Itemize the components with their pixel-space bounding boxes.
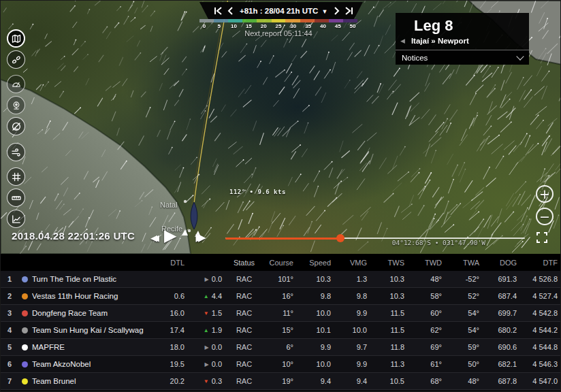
ruler-icon [11, 193, 22, 203]
wind-speed-colorbar [199, 19, 357, 22]
col-dog: DOG [479, 259, 517, 267]
wind-scale-tick: 30 [286, 23, 301, 29]
leaderboard-row[interactable]: 1 Turn The Tide on Plastic ▶0.0 RAC 101°… [1, 271, 561, 288]
wind-scale-tick: 20 [256, 23, 271, 29]
wind-scale-tick: 45 [330, 23, 345, 29]
fast-forward-button[interactable]: ▶▶ [185, 231, 212, 244]
leaderboard-row[interactable]: 7 Team Brunel 20.2 ▼0.3 RAC 19° 9.4 9.4 … [1, 373, 561, 390]
vmg-value: 1.3 [331, 275, 367, 283]
wind-scale-tick: 15 [241, 23, 256, 29]
wind-scale-tick: 40 [316, 23, 331, 29]
leg-panel: Leg 8 ◀ Itajaí » Newport Notices [396, 13, 529, 65]
status-value: RAC [222, 377, 266, 385]
dtf-value: 4 547.0 [517, 377, 558, 385]
wind-icon [11, 147, 22, 158]
protractor-tool-button[interactable] [7, 75, 25, 93]
fullscreen-button[interactable] [535, 231, 549, 245]
current-datetime: 2018.04.28 22:01:26 UTC [12, 230, 135, 242]
speed-value: 10.0 [293, 309, 331, 317]
compass-tool-button[interactable] [7, 117, 25, 135]
trend-icon: ▲ [204, 293, 209, 299]
zoom-in-button[interactable]: + [536, 185, 554, 203]
team-color-dot [22, 344, 28, 350]
play-button[interactable]: ▶ [164, 226, 176, 245]
team-name: Vestas 11th Hour Racing [32, 292, 144, 300]
dtl-change: ▼1.5 [185, 309, 222, 317]
team-name: Team AkzoNobel [32, 360, 144, 368]
step-back-button[interactable] [225, 7, 236, 15]
leaderboard-row[interactable]: 2 Vestas 11th Hour Racing 0.6 ▲4.4 RAC 1… [1, 288, 561, 305]
dtl-change: ▶0.0 [185, 343, 222, 351]
measure-tool-button[interactable] [7, 50, 25, 69]
dtl-change: ▲1.9 [185, 326, 222, 334]
time-offset-label: +81h : 28/04 21h UTC [240, 7, 318, 15]
leaderboard-header: DTL Status Course Speed VMG TWS TWD TWA … [1, 254, 561, 271]
dtf-value: 4 544.2 [517, 326, 558, 334]
trend-icon: ▶ [205, 361, 209, 368]
dtl-change: ▶0.0 [185, 275, 222, 283]
trend-icon: ▼ [204, 310, 209, 316]
dtf-value: 4 546.3 [517, 360, 558, 368]
zoom-out-button[interactable]: − [536, 208, 554, 225]
notices-dropdown[interactable]: Notices [396, 50, 529, 65]
map-layers-tool-button[interactable] [7, 29, 25, 48]
twd-value: 60° [404, 309, 442, 317]
tws-value: 10.3 [367, 275, 404, 283]
timeline-handle[interactable] [336, 234, 344, 242]
leaderboard-row[interactable]: 3 Dongfeng Race Team 16.0 ▼1.5 RAC 11° 1… [1, 305, 561, 322]
leaderboard-row[interactable]: 4 Team Sun Hung Kai / Scallywag 17.4 ▲1.… [1, 322, 561, 339]
course-value: 11° [266, 309, 293, 317]
boat-tooltip: 112° • 9.6 kts [229, 189, 286, 195]
team-color-dot [22, 310, 28, 316]
dog-value: 691.3 [479, 275, 517, 283]
course-value: 10° [266, 360, 293, 368]
tws-value: 11.5 [367, 309, 404, 317]
timeline-slider[interactable] [225, 235, 525, 242]
twa-value: -52° [442, 275, 479, 283]
team-name: Turn The Tide on Plastic [32, 275, 144, 283]
twd-value: 62° [404, 326, 442, 334]
step-forward-button[interactable] [332, 7, 342, 15]
speed-value: 10.3 [293, 275, 331, 283]
grid-tool-button[interactable] [7, 167, 25, 186]
rank: 1 [6, 275, 17, 283]
next-report-countdown: Next report 05:11:44 [199, 29, 357, 37]
time-control-bar: +81h : 28/04 21h UTC▼ [199, 2, 363, 19]
previous-leg-button[interactable]: ◀ [396, 37, 411, 44]
time-selector-dropdown[interactable]: +81h : 28/04 21h UTC▼ [236, 6, 332, 16]
skip-end-button[interactable] [342, 7, 355, 15]
status-value: RAC [222, 360, 266, 368]
speed-value: 9.8 [293, 292, 331, 300]
vmg-value: 9.8 [331, 292, 367, 300]
course-value: 6° [266, 343, 293, 351]
status-value: RAC [222, 326, 266, 334]
ruler-tool-button[interactable] [7, 189, 25, 207]
twd-value: 69° [404, 343, 442, 351]
skip-start-button[interactable] [212, 7, 225, 15]
trend-icon: ▲ [204, 327, 209, 333]
dtf-value: 4 542.8 [517, 309, 558, 317]
twa-value: 54° [442, 326, 479, 334]
rewind-button[interactable]: ◀◀ [141, 233, 164, 243]
twd-value: 48° [404, 275, 442, 283]
dtl-value: 19.5 [144, 360, 185, 368]
dtl-value: 18.0 [144, 343, 185, 351]
dog-value: 699.7 [479, 309, 517, 317]
wind-tool-button[interactable] [7, 143, 25, 161]
rank: 6 [6, 360, 17, 368]
dog-value: 680.2 [479, 326, 517, 334]
team-color-dot [22, 378, 28, 385]
trend-icon: ▼ [204, 378, 209, 385]
wind-scale-tick: 35 [301, 23, 316, 29]
dog-value: 690.6 [479, 343, 517, 351]
course-value: 19° [266, 377, 293, 385]
dtf-value: 4 544.8 [517, 343, 558, 351]
leaderboard-row[interactable]: 5 MAPFRE 18.0 ▶0.0 RAC 6° 9.9 9.7 11.8 6… [1, 339, 561, 356]
leaderboard-row[interactable]: 6 Team AkzoNobel 19.5 ▶0.0 RAC 10° 10.0 … [1, 356, 561, 373]
webcam-tool-button[interactable] [7, 96, 25, 114]
twa-value: 54° [442, 309, 479, 317]
protractor-icon [11, 79, 22, 90]
statistics-tool-button[interactable] [7, 210, 25, 228]
rank: 2 [6, 292, 17, 300]
dog-value: 687.4 [479, 292, 517, 300]
